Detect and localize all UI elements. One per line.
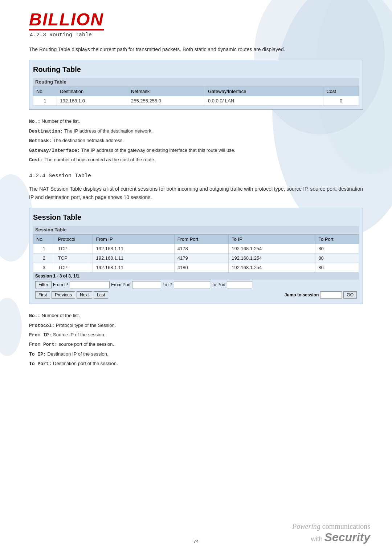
session-legend-item: To Port: Destination port of the session… <box>29 359 363 368</box>
routing-legend-term: Gateway/Interface: <box>29 148 80 153</box>
routing-legend-desc: The destination netmask address. <box>52 138 124 143</box>
session-cell-to-ip: 192.168.1.254 <box>229 254 315 263</box>
routing-legend-item: Cost: The number of hops counted as the … <box>29 155 363 164</box>
jump-label: Jump to session <box>285 292 319 297</box>
section-title-423: 4.2.3 Routing Table <box>30 32 104 38</box>
routing-table-sub-header: Routing Table <box>33 78 359 86</box>
session-cell-no: 2 <box>33 254 55 263</box>
session-table-row: 2 TCP 192.168.1.11 4179 192.168.1.254 80 <box>33 254 359 263</box>
session-legend-desc: Destination IP of the session. <box>46 351 109 357</box>
branding-communications: communications <box>322 522 370 530</box>
routing-legend: No.: Number of the list.Destination: The… <box>29 117 363 164</box>
session-cell-protocol: TCP <box>55 254 93 263</box>
session-table-sub-header: Session Table <box>33 226 359 234</box>
session-info: Session 1 - 3 of 3, 1/1. <box>33 272 359 280</box>
session-legend-term: From Port: <box>29 342 57 347</box>
session-description: The NAT Session Table displays a list of… <box>29 185 363 201</box>
session-legend-term: Protocol: <box>29 323 54 328</box>
session-cell-to-ip: 192.168.1.254 <box>229 244 315 254</box>
session-legend-item: No.: Number of the list. <box>29 311 363 320</box>
routing-legend-desc: Number of the list. <box>40 118 80 124</box>
session-legend-desc: source port of the session. <box>57 341 114 347</box>
filter-row: Filter From IP From Port To IP To Port <box>33 280 359 290</box>
routing-description: The Routing Table displays the current p… <box>29 45 363 53</box>
routing-legend-term: No.: <box>29 119 40 124</box>
routing-legend-term: Netmask: <box>29 138 52 143</box>
first-button[interactable]: First <box>35 291 50 299</box>
session-data-table: No. Protocol From IP From Port To IP To … <box>33 234 359 272</box>
session-cell-from-ip: 192.168.1.11 <box>93 244 174 254</box>
session-cell-from-ip: 192.168.1.11 <box>93 254 174 263</box>
session-cell-no: 3 <box>33 263 55 272</box>
filter-button[interactable]: Filter <box>35 281 52 288</box>
routing-col-no: No. <box>33 87 57 96</box>
session-col-from-port: From Port <box>174 235 229 244</box>
routing-legend-desc: The IP address of the gateway or existin… <box>80 147 235 153</box>
session-legend-item: To IP: Destination IP of the session. <box>29 350 363 358</box>
header: BILLION 4.2.3 Routing Table <box>29 11 363 38</box>
branding-with: with <box>311 535 323 543</box>
routing-col-gw: Gateway/Interface <box>205 87 323 96</box>
session-cell-from-port: 4180 <box>174 263 229 272</box>
routing-cell-netmask: 255.255.255.0 <box>128 96 205 106</box>
session-col-no: No. <box>33 235 55 244</box>
branding: Powering communications with Security <box>292 522 370 544</box>
session-legend-desc: Source IP of the session. <box>52 332 105 337</box>
routing-col-cost: Cost <box>323 87 359 96</box>
session-cell-protocol: TCP <box>55 244 93 254</box>
session-legend-desc: Destination port of the session. <box>52 361 118 366</box>
session-col-from-ip: From IP <box>93 235 174 244</box>
go-button[interactable]: GO <box>343 291 357 299</box>
from-port-label: From Port <box>111 282 130 287</box>
routing-cell-dest: 192.168.1.0 <box>57 96 128 106</box>
session-cell-no: 1 <box>33 244 55 254</box>
main-content: BILLION 4.2.3 Routing Table The Routing … <box>0 0 392 402</box>
last-button[interactable]: Last <box>94 291 109 299</box>
next-button[interactable]: Next <box>77 291 92 299</box>
logo-bar <box>29 29 104 31</box>
session-table-container: Session Table Session Table No. Protocol… <box>29 208 363 304</box>
routing-col-dest: Destination <box>57 87 128 96</box>
session-table-row: 1 TCP 192.168.1.11 4178 192.168.1.254 80 <box>33 244 359 254</box>
routing-col-netmask: Netmask <box>128 87 205 96</box>
logo-area: BILLION 4.2.3 Routing Table <box>29 11 104 38</box>
jump-input[interactable] <box>320 291 342 299</box>
from-ip-label: From IP <box>53 282 69 287</box>
session-legend-desc: Number of the list. <box>40 313 80 318</box>
routing-table-main-header: Routing Table <box>33 64 359 75</box>
session-legend-term: No.: <box>29 313 40 319</box>
from-ip-input[interactable] <box>70 281 110 288</box>
logo: BILLION <box>29 11 104 28</box>
session-legend-term: To Port: <box>29 361 52 366</box>
session-col-to-ip: To IP <box>229 235 315 244</box>
routing-legend-item: Gateway/Interface: The IP address of the… <box>29 146 363 155</box>
routing-legend-term: Destination: <box>29 129 63 134</box>
section-title-424: 4.2.4 Session Table <box>29 173 363 179</box>
session-cell-from-port: 4178 <box>174 244 229 254</box>
page-container: BILLION 4.2.3 Routing Table The Routing … <box>0 0 392 555</box>
session-cell-to-ip: 192.168.1.254 <box>229 263 315 272</box>
session-col-to-port: To Port <box>315 235 359 244</box>
routing-legend-desc: The number of hops counted as the cost o… <box>43 157 155 162</box>
routing-legend-term: Cost: <box>29 157 43 163</box>
to-port-input[interactable] <box>227 281 252 288</box>
session-table-row: 3 TCP 192.168.1.11 4180 192.168.1.254 80 <box>33 263 359 272</box>
session-cell-to-port: 80 <box>315 254 359 263</box>
session-col-protocol: Protocol <box>55 235 93 244</box>
from-port-input[interactable] <box>132 281 161 288</box>
session-legend-term: From IP: <box>29 332 52 338</box>
routing-legend-item: Netmask: The destination netmask address… <box>29 136 363 145</box>
previous-button[interactable]: Previous <box>52 291 75 299</box>
routing-legend-desc: The IP address of the destination networ… <box>63 128 153 134</box>
routing-table-container: Routing Table Routing Table No. Destinat… <box>29 60 363 110</box>
session-cell-from-ip: 192.168.1.11 <box>93 263 174 272</box>
to-port-label: To Port <box>212 282 225 287</box>
session-legend-item: From Port: source port of the session. <box>29 340 363 349</box>
nav-row: First Previous Next Last Jump to session… <box>33 290 359 300</box>
branding-line1: Powering communications <box>292 522 370 531</box>
to-ip-input[interactable] <box>174 281 210 288</box>
routing-legend-item: No.: Number of the list. <box>29 117 363 126</box>
routing-cell-no: 1 <box>33 96 57 106</box>
session-legend: No.: Number of the list.Protocol: Protoc… <box>29 311 363 368</box>
routing-data-table: No. Destination Netmask Gateway/Interfac… <box>33 86 359 106</box>
